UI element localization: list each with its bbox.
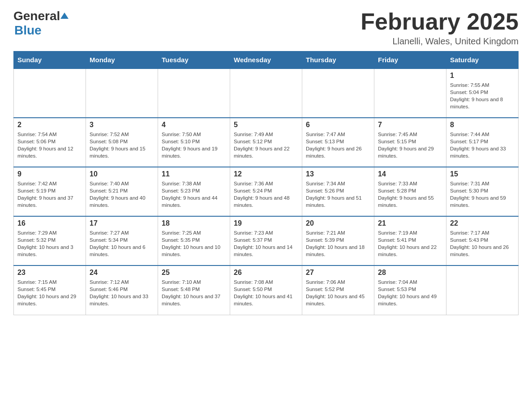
- day-info: Sunrise: 7:31 AM Sunset: 5:30 PM Dayligh…: [450, 180, 515, 209]
- day-number: 21: [378, 219, 442, 227]
- calendar-cell: 27Sunrise: 7:06 AM Sunset: 5:52 PM Dayli…: [302, 265, 374, 315]
- calendar-cell: [374, 68, 446, 118]
- day-number: 14: [378, 170, 442, 178]
- day-number: 4: [162, 121, 226, 129]
- day-number: 12: [234, 170, 298, 178]
- day-info: Sunrise: 7:50 AM Sunset: 5:10 PM Dayligh…: [162, 131, 226, 159]
- day-number: 16: [17, 219, 82, 227]
- day-number: 20: [306, 219, 370, 227]
- calendar-cell: 19Sunrise: 7:23 AM Sunset: 5:37 PM Dayli…: [230, 216, 302, 265]
- day-info: Sunrise: 7:33 AM Sunset: 5:28 PM Dayligh…: [378, 180, 442, 209]
- day-info: Sunrise: 7:38 AM Sunset: 5:23 PM Dayligh…: [162, 180, 226, 209]
- day-number: 3: [90, 121, 154, 129]
- calendar-cell: 22Sunrise: 7:17 AM Sunset: 5:43 PM Dayli…: [446, 216, 519, 265]
- week-row-3: 16Sunrise: 7:29 AM Sunset: 5:32 PM Dayli…: [14, 216, 519, 265]
- day-info: Sunrise: 7:47 AM Sunset: 5:13 PM Dayligh…: [306, 131, 370, 159]
- week-row-0: 1Sunrise: 7:55 AM Sunset: 5:04 PM Daylig…: [14, 68, 519, 118]
- col-wednesday: Wednesday: [230, 51, 302, 69]
- day-number: 22: [450, 219, 515, 227]
- col-monday: Monday: [86, 51, 158, 69]
- day-info: Sunrise: 7:04 AM Sunset: 5:53 PM Dayligh…: [378, 278, 442, 307]
- calendar-cell: 14Sunrise: 7:33 AM Sunset: 5:28 PM Dayli…: [374, 167, 446, 216]
- day-number: 5: [234, 121, 298, 129]
- day-info: Sunrise: 7:19 AM Sunset: 5:41 PM Dayligh…: [378, 229, 442, 258]
- day-number: 28: [378, 269, 442, 277]
- calendar-cell: [302, 68, 374, 118]
- day-info: Sunrise: 7:44 AM Sunset: 5:17 PM Dayligh…: [450, 131, 515, 159]
- calendar-cell: 20Sunrise: 7:21 AM Sunset: 5:39 PM Dayli…: [302, 216, 374, 265]
- calendar-cell: 8Sunrise: 7:44 AM Sunset: 5:17 PM Daylig…: [446, 118, 519, 167]
- day-info: Sunrise: 7:54 AM Sunset: 5:06 PM Dayligh…: [17, 131, 82, 159]
- svg-marker-0: [60, 13, 69, 19]
- day-number: 1: [450, 72, 515, 80]
- day-info: Sunrise: 7:34 AM Sunset: 5:26 PM Dayligh…: [306, 180, 370, 209]
- calendar-cell: 18Sunrise: 7:25 AM Sunset: 5:35 PM Dayli…: [158, 216, 230, 265]
- calendar-cell: 13Sunrise: 7:34 AM Sunset: 5:26 PM Dayli…: [302, 167, 374, 216]
- day-info: Sunrise: 7:06 AM Sunset: 5:52 PM Dayligh…: [306, 278, 370, 307]
- col-friday: Friday: [374, 51, 446, 69]
- week-row-1: 2Sunrise: 7:54 AM Sunset: 5:06 PM Daylig…: [14, 118, 519, 167]
- day-number: 26: [234, 269, 298, 277]
- day-number: 7: [378, 121, 442, 129]
- day-info: Sunrise: 7:15 AM Sunset: 5:45 PM Dayligh…: [17, 278, 82, 307]
- calendar-cell: 1Sunrise: 7:55 AM Sunset: 5:04 PM Daylig…: [446, 68, 519, 118]
- col-saturday: Saturday: [446, 51, 519, 69]
- day-info: Sunrise: 7:25 AM Sunset: 5:35 PM Dayligh…: [162, 229, 226, 258]
- day-number: 8: [450, 121, 515, 129]
- day-info: Sunrise: 7:36 AM Sunset: 5:24 PM Dayligh…: [234, 180, 298, 209]
- month-title: February 2025: [360, 9, 519, 34]
- calendar-header-row: Sunday Monday Tuesday Wednesday Thursday…: [14, 51, 519, 69]
- calendar-cell: 15Sunrise: 7:31 AM Sunset: 5:30 PM Dayli…: [446, 167, 519, 216]
- logo: General Blue: [13, 9, 69, 38]
- day-info: Sunrise: 7:49 AM Sunset: 5:12 PM Dayligh…: [234, 131, 298, 159]
- calendar-cell: 24Sunrise: 7:12 AM Sunset: 5:46 PM Dayli…: [86, 265, 158, 315]
- calendar-cell: [86, 68, 158, 118]
- day-number: 9: [17, 170, 82, 178]
- day-info: Sunrise: 7:42 AM Sunset: 5:19 PM Dayligh…: [17, 180, 82, 209]
- col-sunday: Sunday: [14, 51, 86, 69]
- day-info: Sunrise: 7:21 AM Sunset: 5:39 PM Dayligh…: [306, 229, 370, 258]
- calendar-cell: 10Sunrise: 7:40 AM Sunset: 5:21 PM Dayli…: [86, 167, 158, 216]
- page-header: General Blue February 2025 Llanelli, Wal…: [13, 9, 519, 47]
- col-thursday: Thursday: [302, 51, 374, 69]
- calendar-cell: 28Sunrise: 7:04 AM Sunset: 5:53 PM Dayli…: [374, 265, 446, 315]
- logo-general-text: General: [13, 9, 60, 23]
- week-row-4: 23Sunrise: 7:15 AM Sunset: 5:45 PM Dayli…: [14, 265, 519, 315]
- calendar-cell: 25Sunrise: 7:10 AM Sunset: 5:48 PM Dayli…: [158, 265, 230, 315]
- logo-triangle-icon: [60, 13, 69, 20]
- calendar-cell: [446, 265, 519, 315]
- day-number: 11: [162, 170, 226, 178]
- calendar-cell: 26Sunrise: 7:08 AM Sunset: 5:50 PM Dayli…: [230, 265, 302, 315]
- calendar-cell: 23Sunrise: 7:15 AM Sunset: 5:45 PM Dayli…: [14, 265, 86, 315]
- calendar-cell: 2Sunrise: 7:54 AM Sunset: 5:06 PM Daylig…: [14, 118, 86, 167]
- day-number: 2: [17, 121, 82, 129]
- logo-blue-text: Blue: [14, 23, 42, 37]
- day-number: 25: [162, 269, 226, 277]
- calendar-cell: 6Sunrise: 7:47 AM Sunset: 5:13 PM Daylig…: [302, 118, 374, 167]
- day-number: 27: [306, 269, 370, 277]
- day-info: Sunrise: 7:12 AM Sunset: 5:46 PM Dayligh…: [90, 278, 154, 307]
- day-info: Sunrise: 7:17 AM Sunset: 5:43 PM Dayligh…: [450, 229, 515, 258]
- calendar-cell: 9Sunrise: 7:42 AM Sunset: 5:19 PM Daylig…: [14, 167, 86, 216]
- week-row-2: 9Sunrise: 7:42 AM Sunset: 5:19 PM Daylig…: [14, 167, 519, 216]
- day-number: 23: [17, 269, 82, 277]
- calendar-cell: 17Sunrise: 7:27 AM Sunset: 5:34 PM Dayli…: [86, 216, 158, 265]
- calendar-cell: 21Sunrise: 7:19 AM Sunset: 5:41 PM Dayli…: [374, 216, 446, 265]
- day-number: 10: [90, 170, 154, 178]
- day-number: 18: [162, 219, 226, 227]
- calendar-cell: 12Sunrise: 7:36 AM Sunset: 5:24 PM Dayli…: [230, 167, 302, 216]
- col-tuesday: Tuesday: [158, 51, 230, 69]
- calendar-table: Sunday Monday Tuesday Wednesday Thursday…: [13, 51, 519, 315]
- calendar-cell: 3Sunrise: 7:52 AM Sunset: 5:08 PM Daylig…: [86, 118, 158, 167]
- day-number: 6: [306, 121, 370, 129]
- day-info: Sunrise: 7:55 AM Sunset: 5:04 PM Dayligh…: [450, 81, 515, 110]
- calendar-cell: [158, 68, 230, 118]
- day-info: Sunrise: 7:29 AM Sunset: 5:32 PM Dayligh…: [17, 229, 82, 258]
- location-subtitle: Llanelli, Wales, United Kingdom: [360, 36, 519, 47]
- day-number: 17: [90, 219, 154, 227]
- day-info: Sunrise: 7:10 AM Sunset: 5:48 PM Dayligh…: [162, 278, 226, 307]
- day-number: 24: [90, 269, 154, 277]
- calendar-cell: 4Sunrise: 7:50 AM Sunset: 5:10 PM Daylig…: [158, 118, 230, 167]
- day-info: Sunrise: 7:27 AM Sunset: 5:34 PM Dayligh…: [90, 229, 154, 258]
- day-number: 19: [234, 219, 298, 227]
